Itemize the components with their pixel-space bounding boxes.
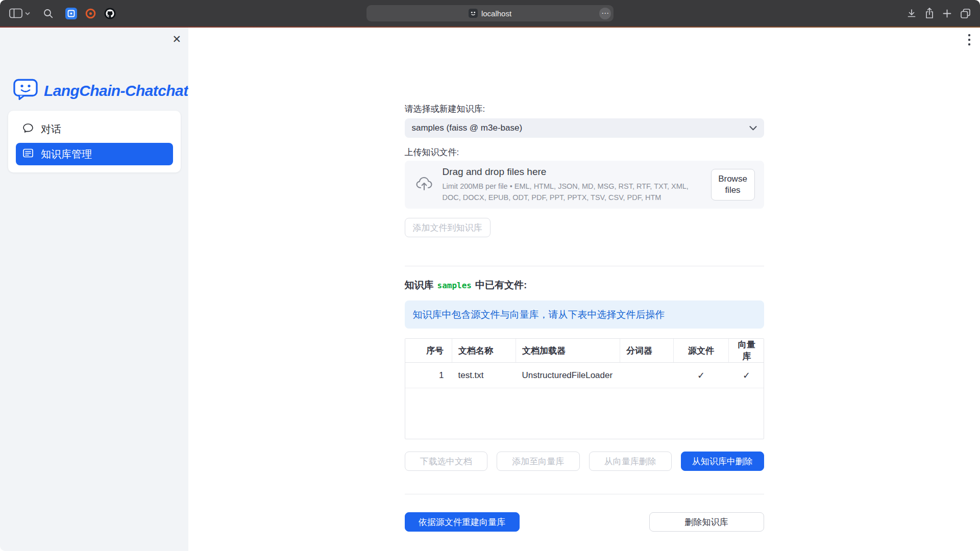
col-header-splitter[interactable]: 分词器 xyxy=(620,339,674,363)
search-icon[interactable] xyxy=(43,9,53,18)
table-header-row: 序号 文档名称 文档加载器 分词器 源文件 向量库 xyxy=(405,339,764,363)
file-dropzone[interactable]: Drag and drop files here Limit 200MB per… xyxy=(405,161,764,209)
file-actions-row: 下载选中文档 添加至向量库 从向量库删除 从知识库中删除 xyxy=(405,452,764,471)
kb-name-code: samples xyxy=(437,281,472,290)
browser-toolbar: localhost ⋯ xyxy=(0,0,980,27)
extension-blue-icon[interactable] xyxy=(65,8,77,19)
kb-select-value: samples (faiss @ m3e-base) xyxy=(412,123,523,133)
sidebar-menu: 对话 知识库管理 xyxy=(8,111,181,172)
new-tab-icon[interactable] xyxy=(942,9,952,18)
logo-chat-icon xyxy=(13,79,38,103)
dropzone-texts: Drag and drop files here Limit 200MB per… xyxy=(443,166,711,203)
kb-select[interactable]: samples (faiss @ m3e-base) xyxy=(405,118,764,138)
app-logo: LangChain-Chatchat xyxy=(13,79,188,103)
divider xyxy=(405,266,764,266)
toolbar-left-group xyxy=(9,8,116,19)
col-header-loader[interactable]: 文档加载器 xyxy=(516,339,620,363)
page-options-icon[interactable]: ⋯ xyxy=(599,8,611,19)
sidebar-item-label: 对话 xyxy=(41,122,61,136)
cloud-upload-icon xyxy=(415,176,433,193)
select-chevron-icon xyxy=(749,123,757,133)
browse-files-button[interactable]: Browse files xyxy=(711,169,755,201)
downloads-icon[interactable] xyxy=(906,8,917,18)
divider xyxy=(405,494,764,494)
share-icon[interactable] xyxy=(925,8,934,19)
url-text: localhost xyxy=(481,9,511,18)
cell-splitter xyxy=(620,363,674,388)
kb-actions-row: 依据源文件重建向量库 删除知识库 xyxy=(405,512,764,532)
add-files-button[interactable]: 添加文件到知识库 xyxy=(405,218,491,237)
kb-select-label: 请选择或新建知识库: xyxy=(405,104,764,114)
sidebar-close-icon[interactable]: ✕ xyxy=(172,34,181,44)
files-heading: 知识库samples中已有文件: xyxy=(405,279,764,292)
rebuild-vector-store-button[interactable]: 依据源文件重建向量库 xyxy=(405,512,520,532)
chevron-down-icon[interactable] xyxy=(25,12,30,15)
dropzone-title: Drag and drop files here xyxy=(443,166,704,178)
add-to-vector-button[interactable]: 添加至向量库 xyxy=(497,452,580,471)
main-menu-kebab-icon[interactable] xyxy=(968,34,971,48)
files-heading-prefix: 知识库 xyxy=(405,280,434,290)
files-table: 序号 文档名称 文档加载器 分词器 源文件 向量库 1 test xyxy=(405,338,764,439)
address-bar[interactable]: localhost ⋯ xyxy=(366,5,614,21)
info-banner: 知识库中包含源文件与向量库，请从下表中选择文件后操作 xyxy=(405,300,764,329)
col-header-source[interactable]: 源文件 xyxy=(674,339,729,363)
delete-kb-button[interactable]: 删除知识库 xyxy=(649,512,764,532)
delete-from-kb-button[interactable]: 从知识库中删除 xyxy=(681,452,764,471)
site-favicon-icon xyxy=(469,9,478,18)
sidebar-item-knowledge-base[interactable]: 知识库管理 xyxy=(16,143,173,165)
col-header-vector[interactable]: 向量库 xyxy=(729,339,764,363)
sidebar: ✕ LangChain-Chatchat 对话 xyxy=(0,28,188,551)
cell-loader: UnstructuredFileLoader xyxy=(516,363,620,388)
main-area: 请选择或新建知识库: samples (faiss @ m3e-base) 上传… xyxy=(188,28,980,551)
extension-github-icon[interactable] xyxy=(104,8,116,19)
app-page: ✕ LangChain-Chatchat 对话 xyxy=(0,28,980,551)
download-selected-button[interactable]: 下载选中文档 xyxy=(405,452,488,471)
cell-index: 1 xyxy=(405,363,452,388)
cell-vector-check: ✓ xyxy=(729,363,764,388)
sidebar-item-dialogue[interactable]: 对话 xyxy=(16,118,173,140)
cell-source-check: ✓ xyxy=(674,363,729,388)
content-column: 请选择或新建知识库: samples (faiss @ m3e-base) 上传… xyxy=(405,28,764,532)
table-row[interactable]: 1 test.txt UnstructuredFileLoader ✓ ✓ xyxy=(405,363,764,388)
chat-icon xyxy=(22,122,34,136)
cell-name: test.txt xyxy=(452,363,516,388)
sidebar-item-label: 知识库管理 xyxy=(41,147,92,161)
remove-from-vector-button[interactable]: 从向量库删除 xyxy=(589,452,672,471)
sidebar-toggle-icon[interactable] xyxy=(9,8,22,18)
app-logo-text: LangChain-Chatchat xyxy=(44,82,188,99)
col-header-name[interactable]: 文档名称 xyxy=(452,339,516,363)
info-banner-text: 知识库中包含源文件与向量库，请从下表中选择文件后操作 xyxy=(413,308,665,321)
col-header-index[interactable]: 序号 xyxy=(405,339,452,363)
extension-record-icon[interactable] xyxy=(85,8,96,19)
dropzone-hint: Limit 200MB per file • EML, HTML, JSON, … xyxy=(443,181,704,203)
knowledge-base-icon xyxy=(22,147,34,161)
toolbar-right-group xyxy=(906,8,971,19)
upload-label: 上传知识文件: xyxy=(405,147,764,158)
browser-window: localhost ⋯ ✕ xyxy=(0,0,980,551)
tab-overview-icon[interactable] xyxy=(960,8,971,19)
files-heading-suffix: 中已有文件: xyxy=(475,280,527,290)
